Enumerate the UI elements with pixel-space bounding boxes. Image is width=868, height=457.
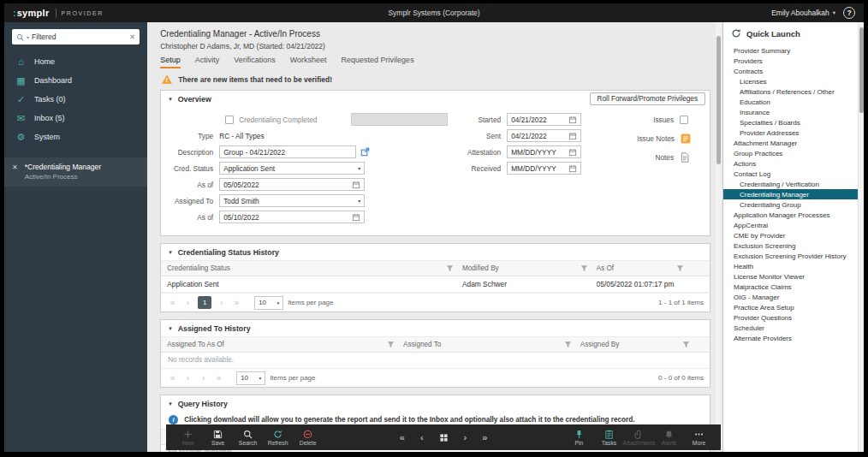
- refresh-quick-launch-icon[interactable]: [731, 28, 741, 39]
- sidebar-search-input[interactable]: [32, 33, 127, 41]
- collapse-caret-icon[interactable]: ▾: [169, 325, 172, 332]
- tab-requested-privileges[interactable]: Requested Privileges: [342, 56, 414, 68]
- page-size-select[interactable]: 10▾: [236, 371, 265, 385]
- sidebar-item-inbox-5[interactable]: ✉Inbox (5): [4, 109, 147, 128]
- quick-launch-item-education[interactable]: Education: [723, 97, 858, 107]
- sidebar-item-home[interactable]: ⌂Home: [4, 52, 147, 71]
- quick-launch-item-specialties-boards[interactable]: Specialties / Boards: [723, 117, 858, 128]
- quick-launch-item-malpractice-claims[interactable]: Malpractice Claims: [723, 282, 858, 292]
- first-record-button[interactable]: «: [400, 433, 405, 442]
- table-row[interactable]: Application SentAdam Schwer05/05/2022 01…: [161, 276, 710, 293]
- quick-launch-scrollbar[interactable]: [858, 22, 864, 452]
- quick-launch-item-provider-summary[interactable]: Provider Summary: [723, 45, 858, 56]
- toolbar-search-button[interactable]: Search: [233, 429, 263, 446]
- calendar-icon[interactable]: [352, 181, 360, 189]
- pager-first-button[interactable]: «: [167, 374, 178, 383]
- filter-icon[interactable]: [564, 341, 572, 348]
- quick-launch-item-provider-questions[interactable]: Provider Questions: [723, 312, 858, 323]
- description-input[interactable]: Group - 04/21/2022: [219, 145, 356, 158]
- quick-launch-item-attachment-manager[interactable]: Attachment Manager: [723, 138, 858, 148]
- cred-status-select[interactable]: Application Sent▾: [219, 162, 365, 175]
- pager-first-button[interactable]: «: [167, 299, 178, 307]
- credentialing-completed-checkbox[interactable]: [225, 116, 234, 124]
- assigned-to-select[interactable]: Todd Smith▾: [219, 194, 365, 207]
- roll-forward-button[interactable]: Roll Forward/Promote Privileges: [590, 92, 705, 105]
- sent-date-input[interactable]: 04/21/2022: [507, 129, 581, 142]
- toolbar-new-button[interactable]: New: [173, 429, 203, 446]
- calendar-icon[interactable]: [568, 148, 577, 157]
- pager-next-button[interactable]: ›: [198, 374, 209, 383]
- calendar-icon[interactable]: [568, 164, 577, 173]
- help-icon[interactable]: ?: [843, 7, 855, 19]
- pager-next-button[interactable]: ›: [216, 299, 227, 307]
- tab-setup[interactable]: Setup: [160, 56, 181, 68]
- quick-launch-item-oig-manager[interactable]: OIG - Manager: [723, 292, 858, 302]
- quick-launch-item-license-monitor-viewer[interactable]: License Monitor Viewer: [723, 271, 858, 282]
- quick-launch-item-scheduler[interactable]: Scheduler: [723, 323, 858, 333]
- calendar-icon[interactable]: [568, 116, 577, 124]
- filter-icon[interactable]: [387, 341, 395, 348]
- toolbar-alerts-button[interactable]: Alerts: [654, 429, 684, 446]
- sidebar-item-tasks-0[interactable]: ✓Tasks (0): [4, 90, 147, 109]
- toolbar-delete-button[interactable]: Delete: [293, 429, 323, 446]
- toolbar-more-button[interactable]: More: [684, 429, 714, 446]
- tab-verifications[interactable]: Verifications: [234, 56, 276, 68]
- page-size-select[interactable]: 10▾: [254, 296, 283, 310]
- sidebar-item-system[interactable]: ⚙System: [4, 128, 147, 146]
- quick-launch-item-health[interactable]: Health: [723, 261, 858, 271]
- started-date-input[interactable]: 04/21/2022: [507, 113, 581, 126]
- collapse-caret-icon[interactable]: ▾: [169, 96, 172, 103]
- open-module-card[interactable]: ✕ *Credentialing Manager Active/In Proce…: [4, 157, 147, 187]
- pager-last-button[interactable]: »: [213, 374, 224, 383]
- quick-launch-item-practice-area-setup[interactable]: Practice Area Setup: [723, 302, 858, 312]
- toolbar-attachments-button[interactable]: Attachments: [624, 429, 654, 446]
- calendar-icon[interactable]: [352, 213, 360, 222]
- quick-launch-item-credentialing-verification[interactable]: Credentialing / Verification: [723, 179, 858, 189]
- collapse-caret-icon[interactable]: ▾: [169, 249, 172, 256]
- notes-icon[interactable]: [680, 152, 690, 163]
- quick-launch-item-exclusion-screening-provider-history[interactable]: Exclusion Screening Provider History: [723, 251, 858, 261]
- sidebar-item-dashboard[interactable]: ▦Dashboard: [4, 71, 147, 90]
- filter-icon[interactable]: [682, 341, 690, 348]
- scrollbar-thumb[interactable]: [716, 36, 721, 164]
- next-record-button[interactable]: ›: [464, 433, 467, 442]
- quick-launch-item-contracts[interactable]: Contracts: [723, 66, 858, 76]
- pager-prev-button[interactable]: ‹: [182, 299, 193, 307]
- calendar-icon[interactable]: [568, 132, 577, 140]
- filter-icon[interactable]: [580, 264, 588, 272]
- pager-last-button[interactable]: »: [231, 299, 242, 307]
- quick-launch-item-cme-by-provider[interactable]: CME by Provider: [723, 230, 858, 240]
- quick-launch-item-group-practices[interactable]: Group Practices: [723, 148, 858, 158]
- toolbar-refresh-button[interactable]: Refresh: [263, 429, 293, 446]
- pager-prev-button[interactable]: ‹: [182, 374, 193, 383]
- toolbar-save-button[interactable]: Save: [203, 429, 233, 446]
- open-description-icon[interactable]: [360, 147, 370, 157]
- toolbar-pin-button[interactable]: Pin: [564, 429, 594, 446]
- collapse-caret-icon[interactable]: ▾: [169, 401, 172, 407]
- assigned-as-of-date-input[interactable]: 05/10/2022: [219, 211, 365, 223]
- filter-icon[interactable]: [446, 264, 454, 272]
- main-scrollbar[interactable]: [716, 22, 722, 452]
- quick-launch-item-actions[interactable]: Actions: [723, 158, 858, 169]
- pager-page-button[interactable]: 1: [198, 296, 211, 309]
- toolbar-tasks-button[interactable]: Tasks: [594, 429, 624, 446]
- attestation-date-input[interactable]: MM/DD/YYYY: [507, 145, 581, 158]
- issue-notes-icon[interactable]: [681, 134, 691, 144]
- quick-launch-item-affiliations-references-other[interactable]: Affiliations / References / Other: [723, 86, 858, 97]
- quick-launch-item-insurance[interactable]: Insurance: [723, 107, 858, 117]
- quick-launch-item-application-manager-processes[interactable]: Application Manager Processes: [723, 210, 858, 220]
- previous-record-button[interactable]: ‹: [420, 433, 424, 442]
- quick-launch-item-alternate-providers[interactable]: Alternate Providers: [723, 333, 858, 343]
- scrollbar-thumb[interactable]: [859, 27, 864, 113]
- close-module-icon[interactable]: ✕: [12, 163, 18, 181]
- received-date-input[interactable]: MM/DD/YYYY: [507, 162, 581, 175]
- clear-search-icon[interactable]: ✕: [129, 33, 135, 41]
- record-grid-icon[interactable]: [439, 433, 449, 442]
- tab-worksheet[interactable]: Worksheet: [290, 56, 327, 68]
- quick-launch-item-licenses[interactable]: Licenses: [723, 76, 858, 86]
- status-as-of-date-input[interactable]: 05/05/2022: [219, 178, 365, 191]
- quick-launch-item-appcentral[interactable]: AppCentral: [723, 220, 858, 230]
- quick-launch-item-provider-addresses[interactable]: Provider Addresses: [723, 128, 858, 138]
- quick-launch-item-credentialing-manager[interactable]: Credentialing Manager: [723, 189, 858, 199]
- quick-launch-item-providers[interactable]: Providers: [723, 56, 858, 66]
